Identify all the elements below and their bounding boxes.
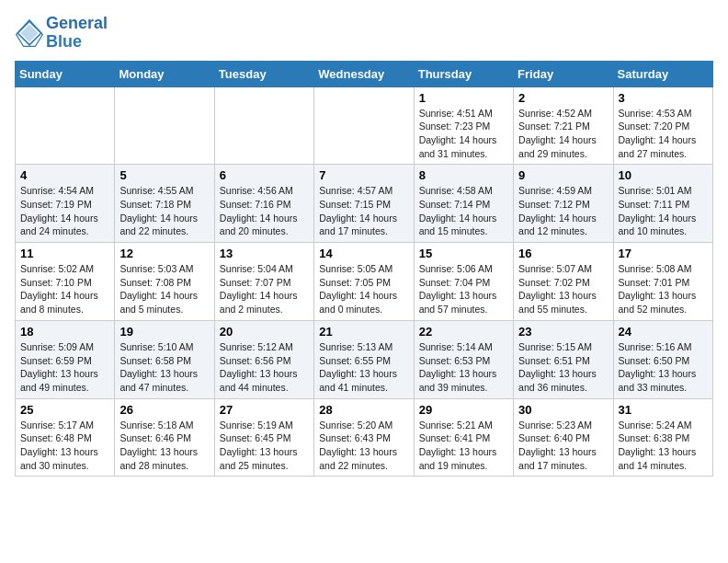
day-detail: Sunrise: 5:16 AM Sunset: 6:50 PM Dayligh…: [619, 340, 708, 395]
col-header-thursday: Thursday: [414, 61, 513, 86]
day-number: 10: [619, 168, 708, 182]
day-cell: 10Sunrise: 5:01 AM Sunset: 7:11 PM Dayli…: [613, 165, 712, 243]
col-header-saturday: Saturday: [613, 61, 712, 86]
day-cell: 12Sunrise: 5:03 AM Sunset: 7:08 PM Dayli…: [115, 243, 214, 321]
day-number: 13: [220, 247, 309, 260]
day-cell: 8Sunrise: 4:58 AM Sunset: 7:14 PM Daylig…: [414, 165, 513, 243]
column-headers: SundayMondayTuesdayWednesdayThursdayFrid…: [16, 61, 713, 86]
day-cell: 3Sunrise: 4:53 AM Sunset: 7:20 PM Daylig…: [613, 86, 712, 165]
day-cell: 9Sunrise: 4:59 AM Sunset: 7:12 PM Daylig…: [514, 165, 613, 243]
col-header-friday: Friday: [514, 61, 613, 86]
day-detail: Sunrise: 5:03 AM Sunset: 7:08 PM Dayligh…: [119, 262, 209, 316]
day-cell: 19Sunrise: 5:10 AM Sunset: 6:58 PM Dayli…: [115, 320, 214, 398]
day-cell: 13Sunrise: 5:04 AM Sunset: 7:07 PM Dayli…: [214, 243, 313, 321]
week-row-3: 18Sunrise: 5:09 AM Sunset: 6:59 PM Dayli…: [16, 320, 713, 398]
day-number: 9: [518, 168, 608, 182]
day-number: 27: [220, 403, 309, 417]
day-number: 23: [518, 325, 608, 339]
day-detail: Sunrise: 5:12 AM Sunset: 6:56 PM Dayligh…: [220, 340, 309, 395]
day-number: 26: [119, 403, 209, 417]
day-number: 16: [518, 247, 608, 260]
day-cell: 28Sunrise: 5:20 AM Sunset: 6:43 PM Dayli…: [314, 398, 414, 477]
day-cell: 16Sunrise: 5:07 AM Sunset: 7:02 PM Dayli…: [514, 243, 613, 321]
day-number: 25: [20, 403, 109, 417]
day-cell: 27Sunrise: 5:19 AM Sunset: 6:45 PM Dayli…: [214, 398, 313, 477]
day-detail: Sunrise: 5:21 AM Sunset: 6:41 PM Dayligh…: [419, 419, 508, 473]
day-cell: 20Sunrise: 5:12 AM Sunset: 6:56 PM Dayli…: [214, 320, 313, 398]
day-number: 5: [119, 168, 209, 182]
day-detail: Sunrise: 5:09 AM Sunset: 6:59 PM Dayligh…: [20, 340, 109, 395]
day-detail: Sunrise: 5:14 AM Sunset: 6:53 PM Dayligh…: [419, 340, 508, 395]
day-detail: Sunrise: 5:17 AM Sunset: 6:48 PM Dayligh…: [20, 419, 109, 473]
day-cell: 18Sunrise: 5:09 AM Sunset: 6:59 PM Dayli…: [16, 320, 115, 398]
day-number: 7: [319, 168, 408, 182]
day-cell: [16, 86, 115, 165]
day-number: 17: [619, 247, 708, 260]
day-number: 15: [419, 247, 508, 260]
day-cell: 24Sunrise: 5:16 AM Sunset: 6:50 PM Dayli…: [613, 320, 712, 398]
week-row-2: 11Sunrise: 5:02 AM Sunset: 7:10 PM Dayli…: [16, 243, 713, 321]
day-cell: 5Sunrise: 4:55 AM Sunset: 7:18 PM Daylig…: [115, 165, 214, 243]
day-number: 12: [119, 247, 209, 260]
day-cell: 22Sunrise: 5:14 AM Sunset: 6:53 PM Dayli…: [414, 320, 513, 398]
day-detail: Sunrise: 4:53 AM Sunset: 7:20 PM Dayligh…: [619, 107, 708, 161]
day-detail: Sunrise: 4:58 AM Sunset: 7:14 PM Dayligh…: [419, 184, 508, 238]
day-cell: 29Sunrise: 5:21 AM Sunset: 6:41 PM Dayli…: [414, 398, 513, 477]
day-detail: Sunrise: 4:54 AM Sunset: 7:19 PM Dayligh…: [20, 184, 109, 238]
day-cell: 26Sunrise: 5:18 AM Sunset: 6:46 PM Dayli…: [115, 398, 214, 477]
col-header-sunday: Sunday: [16, 61, 115, 86]
day-number: 18: [20, 325, 109, 339]
day-number: 1: [419, 91, 508, 105]
day-number: 2: [518, 91, 608, 105]
day-cell: 21Sunrise: 5:13 AM Sunset: 6:55 PM Dayli…: [314, 320, 414, 398]
day-detail: Sunrise: 5:08 AM Sunset: 7:01 PM Dayligh…: [619, 262, 708, 316]
day-number: 30: [518, 403, 608, 417]
day-detail: Sunrise: 4:51 AM Sunset: 7:23 PM Dayligh…: [419, 107, 508, 161]
day-cell: 4Sunrise: 4:54 AM Sunset: 7:19 PM Daylig…: [16, 165, 115, 243]
day-cell: 2Sunrise: 4:52 AM Sunset: 7:21 PM Daylig…: [514, 86, 613, 165]
day-detail: Sunrise: 5:05 AM Sunset: 7:05 PM Dayligh…: [319, 262, 408, 316]
day-cell: 1Sunrise: 4:51 AM Sunset: 7:23 PM Daylig…: [414, 86, 513, 165]
day-detail: Sunrise: 5:04 AM Sunset: 7:07 PM Dayligh…: [220, 262, 309, 316]
week-row-4: 25Sunrise: 5:17 AM Sunset: 6:48 PM Dayli…: [16, 398, 713, 477]
day-cell: 14Sunrise: 5:05 AM Sunset: 7:05 PM Dayli…: [314, 243, 414, 321]
day-number: 8: [419, 168, 508, 182]
day-detail: Sunrise: 5:13 AM Sunset: 6:55 PM Dayligh…: [319, 340, 408, 395]
day-number: 31: [619, 403, 708, 417]
day-number: 4: [20, 168, 109, 182]
day-detail: Sunrise: 5:24 AM Sunset: 6:38 PM Dayligh…: [619, 419, 708, 473]
day-number: 20: [220, 325, 309, 339]
day-number: 29: [419, 403, 508, 417]
col-header-wednesday: Wednesday: [314, 61, 414, 86]
logo: GeneralBlue: [15, 15, 108, 52]
day-cell: 30Sunrise: 5:23 AM Sunset: 6:40 PM Dayli…: [514, 398, 613, 477]
day-cell: 25Sunrise: 5:17 AM Sunset: 6:48 PM Dayli…: [16, 398, 115, 477]
day-detail: Sunrise: 5:20 AM Sunset: 6:43 PM Dayligh…: [319, 419, 408, 473]
day-detail: Sunrise: 5:01 AM Sunset: 7:11 PM Dayligh…: [619, 184, 708, 238]
day-number: 19: [119, 325, 209, 339]
page-header: GeneralBlue: [15, 15, 713, 52]
day-detail: Sunrise: 5:10 AM Sunset: 6:58 PM Dayligh…: [119, 340, 209, 395]
day-detail: Sunrise: 5:02 AM Sunset: 7:10 PM Dayligh…: [20, 262, 109, 316]
day-cell: 31Sunrise: 5:24 AM Sunset: 6:38 PM Dayli…: [613, 398, 712, 477]
day-number: 14: [319, 247, 408, 260]
col-header-monday: Monday: [115, 61, 214, 86]
day-number: 28: [319, 403, 408, 417]
day-number: 11: [20, 247, 109, 260]
day-cell: 7Sunrise: 4:57 AM Sunset: 7:15 PM Daylig…: [314, 165, 414, 243]
day-cell: 17Sunrise: 5:08 AM Sunset: 7:01 PM Dayli…: [613, 243, 712, 321]
day-cell: 15Sunrise: 5:06 AM Sunset: 7:04 PM Dayli…: [414, 243, 513, 321]
day-number: 24: [619, 325, 708, 339]
day-detail: Sunrise: 5:23 AM Sunset: 6:40 PM Dayligh…: [518, 419, 608, 473]
day-cell: 6Sunrise: 4:56 AM Sunset: 7:16 PM Daylig…: [214, 165, 313, 243]
day-number: 21: [319, 325, 408, 339]
logo-name: GeneralBlue: [46, 15, 108, 52]
day-detail: Sunrise: 4:55 AM Sunset: 7:18 PM Dayligh…: [119, 184, 209, 238]
day-number: 22: [419, 325, 508, 339]
col-header-tuesday: Tuesday: [214, 61, 313, 86]
day-detail: Sunrise: 5:19 AM Sunset: 6:45 PM Dayligh…: [220, 419, 309, 473]
day-cell: [115, 86, 214, 165]
day-detail: Sunrise: 4:57 AM Sunset: 7:15 PM Dayligh…: [319, 184, 408, 238]
day-detail: Sunrise: 5:06 AM Sunset: 7:04 PM Dayligh…: [419, 262, 508, 316]
day-number: 3: [619, 91, 708, 105]
